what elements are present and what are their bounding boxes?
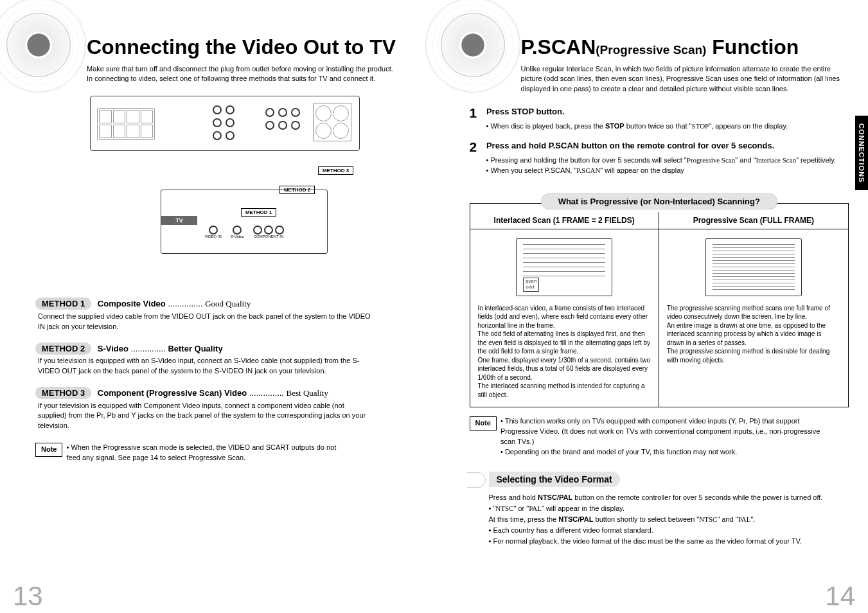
whatbox-cell-left: evenodd In interlaced-scan video, a fram…: [470, 229, 659, 407]
title-function: Function: [706, 35, 799, 58]
method-2-quality: Better Quality: [168, 344, 222, 353]
step-2-title: Press and hold P.SCAN button on the remo…: [486, 141, 774, 150]
note-left-text: When the Progressive scan mode is select…: [66, 443, 349, 463]
title-progressive: (Progressive Scan): [596, 43, 706, 57]
interlaced-scan-icon: evenodd: [516, 238, 612, 296]
method-1-quality: Good Quality: [205, 299, 251, 308]
note-right-1: This function works only on TVs equipped…: [500, 416, 835, 447]
title-pscan: P.SCAN: [521, 35, 596, 58]
page-number-14: 14: [825, 581, 855, 612]
method-1-badge: METHOD 1: [35, 298, 91, 310]
tv-label: TV: [161, 216, 197, 225]
connection-diagram: METHOD 3 METHOD 2 METHOD 1 TV VIDEO IN S…: [90, 96, 360, 282]
step-2-num: 2: [470, 139, 484, 155]
vf-b1: "NTSC" or "PAL" will appear in the displ…: [489, 503, 849, 525]
step-1-title: Press STOP button.: [486, 107, 565, 116]
tv-port-label-component: COMPONENT IN: [253, 235, 284, 238]
decorative-swirl-icon: [6, 13, 71, 77]
ports-cluster-left: [97, 108, 155, 140]
decorative-swirl-icon: [441, 13, 505, 77]
ports-cluster-right: [265, 108, 301, 131]
method-1-name: Composite Video: [98, 299, 166, 308]
dots: ...............: [131, 344, 168, 353]
step-2-bullet-2: When you select P.SCAN, "P.SCAN" will ap…: [486, 165, 849, 176]
note-label-left: Note: [35, 443, 62, 457]
page-14: CONNECTIONS P.SCAN(Progressive Scan) Fun…: [434, 0, 869, 613]
progressive-scan-icon: [705, 238, 802, 296]
step-2: 2 Press and hold P.SCAN button on the re…: [470, 139, 849, 176]
step-1-num: 1: [470, 105, 484, 121]
intro-text-left: Make sure that turn off and disconnect t…: [87, 64, 415, 84]
note-right: Note This function works only on TVs equ…: [470, 416, 849, 458]
method-2-desc: If you television is equipped with an S-…: [38, 356, 372, 377]
page-13: Connecting the Video Out to TV Make sure…: [0, 0, 434, 613]
method-3-quality: Best Quality: [287, 388, 328, 398]
whatbox-head-left: Interlaced Scan (1 FRAME = 2 FIELDS): [470, 212, 659, 229]
vf-b3: For normal playback, the video format of…: [489, 536, 849, 547]
tv-port-label-svideo: S-Video: [231, 235, 244, 238]
receiver-back: [90, 96, 360, 151]
step-2-bullet-1: Pressing and holding the button for over…: [486, 155, 849, 166]
sidebar-tab-connections: CONNECTIONS: [855, 116, 868, 190]
video-format-body: Press and hold NTSC/PAL button on the re…: [489, 492, 849, 547]
note-right-2: Depending on the brand and model of your…: [500, 447, 835, 458]
dots: ...............: [168, 299, 205, 308]
tv-port-video-in: VIDEO IN: [204, 226, 221, 238]
vf-b2: Each country has a different video forma…: [489, 525, 849, 536]
method-3-desc: If your television is equipped with Comp…: [38, 401, 372, 432]
whatbox-title: What is Progressive (or Non-Interlaced) …: [541, 193, 777, 209]
page-title-left: Connecting the Video Out to TV: [87, 35, 415, 59]
note-label-right: Note: [470, 416, 497, 431]
whatbox-left-text: In interlaced-scan video, a frame consis…: [478, 304, 651, 400]
tv-box: TV VIDEO IN S-Video COMPONENT IN: [161, 190, 328, 254]
page-title-right: P.SCAN(Progressive Scan) Function: [521, 35, 849, 59]
video-format-heading: Selecting the Video Format: [489, 472, 620, 487]
method-2-badge: METHOD 2: [35, 342, 91, 355]
method-1: METHOD 1 Composite Video ...............…: [35, 299, 415, 332]
whatbox-right-text: The progressive scanning method scans on…: [667, 304, 840, 365]
ports-cluster-aux: [313, 103, 351, 141]
ports-cluster-mid: [213, 105, 236, 141]
whatbox-head-right: Progressive Scan (FULL FRAME): [659, 212, 848, 229]
diagram-tag-method3: METHOD 3: [318, 166, 353, 175]
dots: ...............: [249, 388, 287, 398]
tv-port-label-video-in: VIDEO IN: [204, 235, 221, 238]
method-3: METHOD 3 Component (Progressive Scan) Vi…: [35, 388, 415, 432]
method-2: METHOD 2 S-Video ............... Better …: [35, 344, 415, 377]
note-left: Note When the Progressive scan mode is s…: [35, 443, 415, 463]
step-1-bullet: When disc is played back, press the STOP…: [486, 121, 849, 132]
tv-port-component: COMPONENT IN: [253, 226, 284, 238]
method-1-desc: Connect the supplied video cable from th…: [38, 312, 372, 332]
step-1: 1 Press STOP button. When disc is played…: [470, 105, 849, 132]
page-number-13: 13: [13, 581, 43, 612]
vf-lead: Press and hold NTSC/PAL button on the re…: [489, 492, 849, 503]
intro-text-right: Unlike regular Interlace Scan, in which …: [521, 64, 849, 94]
whatbox-cell-right: The progressive scanning method scans on…: [659, 229, 848, 407]
method-3-badge: METHOD 3: [35, 387, 91, 399]
method-3-name: Component (Progressive Scan) Video: [98, 388, 247, 398]
tv-port-svideo: S-Video: [231, 226, 244, 238]
method-2-name: S-Video: [98, 344, 128, 353]
whatbox: What is Progressive (or Non-Interlaced) …: [470, 203, 849, 408]
